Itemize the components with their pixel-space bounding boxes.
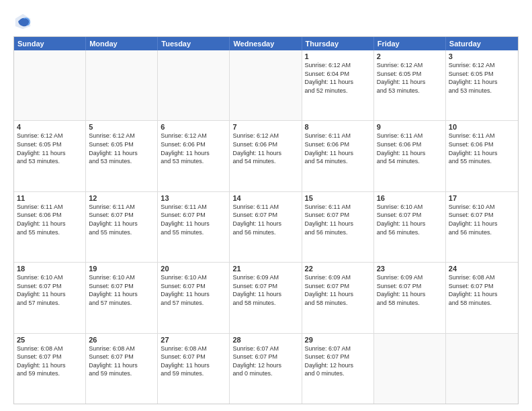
day-cell-16: 16Sunrise: 6:10 AM Sunset: 6:07 PM Dayli…: [374, 192, 446, 262]
day-cell-empty-4-6: [446, 334, 518, 404]
day-info: Sunrise: 6:09 AM Sunset: 6:07 PM Dayligh…: [232, 273, 298, 307]
day-number: 14: [232, 194, 298, 202]
day-cell-26: 26Sunrise: 6:08 AM Sunset: 6:07 PM Dayli…: [86, 334, 158, 404]
day-cell-24: 24Sunrise: 6:08 AM Sunset: 6:07 PM Dayli…: [446, 263, 518, 332]
day-cell-empty-4-5: [374, 334, 446, 404]
day-number: 17: [449, 194, 515, 202]
weekday-header-thursday: Thursday: [302, 37, 374, 50]
day-number: 20: [161, 265, 226, 273]
day-cell-empty-0-0: [14, 50, 86, 120]
day-info: Sunrise: 6:12 AM Sunset: 6:06 PM Dayligh…: [161, 132, 226, 165]
day-number: 5: [89, 123, 154, 131]
day-info: Sunrise: 6:10 AM Sunset: 6:07 PM Dayligh…: [161, 273, 226, 307]
day-number: 29: [305, 336, 371, 344]
calendar-row-2: 4Sunrise: 6:12 AM Sunset: 6:05 PM Daylig…: [14, 120, 518, 191]
page: SundayMondayTuesdayWednesdayThursdayFrid…: [0, 0, 532, 411]
day-number: 15: [305, 194, 371, 202]
day-info: Sunrise: 6:08 AM Sunset: 6:07 PM Dayligh…: [449, 273, 515, 307]
day-info: Sunrise: 6:08 AM Sunset: 6:07 PM Dayligh…: [89, 345, 154, 378]
day-cell-14: 14Sunrise: 6:11 AM Sunset: 6:07 PM Dayli…: [230, 192, 302, 262]
calendar-row-4: 18Sunrise: 6:10 AM Sunset: 6:07 PM Dayli…: [14, 262, 518, 332]
day-number: 10: [449, 123, 515, 131]
day-number: 24: [449, 265, 515, 273]
day-cell-11: 11Sunrise: 6:11 AM Sunset: 6:06 PM Dayli…: [14, 192, 86, 262]
day-cell-19: 19Sunrise: 6:10 AM Sunset: 6:07 PM Dayli…: [86, 263, 158, 332]
day-info: Sunrise: 6:10 AM Sunset: 6:07 PM Dayligh…: [449, 203, 515, 236]
calendar-header: SundayMondayTuesdayWednesdayThursdayFrid…: [14, 37, 518, 50]
day-number: 13: [161, 194, 226, 202]
day-number: 22: [305, 265, 371, 273]
day-cell-28: 28Sunrise: 6:07 AM Sunset: 6:07 PM Dayli…: [230, 334, 302, 404]
day-cell-7: 7Sunrise: 6:12 AM Sunset: 6:06 PM Daylig…: [230, 121, 302, 191]
day-cell-27: 27Sunrise: 6:08 AM Sunset: 6:07 PM Dayli…: [158, 334, 230, 404]
day-cell-4: 4Sunrise: 6:12 AM Sunset: 6:05 PM Daylig…: [14, 121, 86, 191]
day-info: Sunrise: 6:12 AM Sunset: 6:04 PM Dayligh…: [305, 61, 371, 95]
weekday-header-saturday: Saturday: [446, 37, 518, 50]
day-cell-1: 1Sunrise: 6:12 AM Sunset: 6:04 PM Daylig…: [302, 50, 374, 120]
day-number: 9: [377, 123, 443, 131]
day-info: Sunrise: 6:12 AM Sunset: 6:06 PM Dayligh…: [232, 132, 298, 165]
day-info: Sunrise: 6:12 AM Sunset: 6:05 PM Dayligh…: [89, 132, 154, 165]
day-cell-5: 5Sunrise: 6:12 AM Sunset: 6:05 PM Daylig…: [86, 121, 158, 191]
day-cell-8: 8Sunrise: 6:11 AM Sunset: 6:06 PM Daylig…: [302, 121, 374, 191]
day-number: 3: [449, 52, 515, 60]
day-info: Sunrise: 6:11 AM Sunset: 6:06 PM Dayligh…: [305, 132, 371, 165]
weekday-header-sunday: Sunday: [14, 37, 86, 50]
day-number: 19: [89, 265, 154, 273]
day-number: 4: [17, 123, 83, 131]
day-info: Sunrise: 6:10 AM Sunset: 6:07 PM Dayligh…: [377, 203, 443, 236]
day-cell-6: 6Sunrise: 6:12 AM Sunset: 6:06 PM Daylig…: [158, 121, 230, 191]
day-cell-empty-0-2: [158, 50, 230, 120]
calendar-row-5: 25Sunrise: 6:08 AM Sunset: 6:07 PM Dayli…: [14, 333, 518, 404]
day-number: 27: [161, 336, 226, 344]
day-cell-2: 2Sunrise: 6:12 AM Sunset: 6:05 PM Daylig…: [374, 50, 446, 120]
day-number: 23: [377, 265, 443, 273]
calendar: SundayMondayTuesdayWednesdayThursdayFrid…: [13, 36, 519, 404]
calendar-row-1: 1Sunrise: 6:12 AM Sunset: 6:04 PM Daylig…: [14, 50, 518, 120]
logo: [13, 12, 35, 31]
day-number: 1: [305, 52, 371, 60]
day-cell-empty-0-1: [86, 50, 158, 120]
day-info: Sunrise: 6:11 AM Sunset: 6:07 PM Dayligh…: [161, 203, 226, 236]
logo-icon: [13, 12, 32, 31]
day-cell-3: 3Sunrise: 6:12 AM Sunset: 6:05 PM Daylig…: [446, 50, 518, 120]
day-cell-12: 12Sunrise: 6:11 AM Sunset: 6:07 PM Dayli…: [86, 192, 158, 262]
day-cell-9: 9Sunrise: 6:11 AM Sunset: 6:06 PM Daylig…: [374, 121, 446, 191]
day-cell-15: 15Sunrise: 6:11 AM Sunset: 6:07 PM Dayli…: [302, 192, 374, 262]
day-number: 21: [232, 265, 298, 273]
day-info: Sunrise: 6:12 AM Sunset: 6:05 PM Dayligh…: [449, 61, 515, 95]
day-info: Sunrise: 6:07 AM Sunset: 6:07 PM Dayligh…: [305, 345, 371, 378]
day-number: 18: [17, 265, 83, 273]
day-info: Sunrise: 6:11 AM Sunset: 6:07 PM Dayligh…: [232, 203, 298, 236]
day-number: 26: [89, 336, 154, 344]
calendar-body: 1Sunrise: 6:12 AM Sunset: 6:04 PM Daylig…: [14, 50, 518, 404]
weekday-header-wednesday: Wednesday: [230, 37, 302, 50]
day-info: Sunrise: 6:11 AM Sunset: 6:07 PM Dayligh…: [89, 203, 154, 236]
day-cell-20: 20Sunrise: 6:10 AM Sunset: 6:07 PM Dayli…: [158, 263, 230, 332]
day-number: 2: [377, 52, 443, 60]
day-number: 11: [17, 194, 83, 202]
day-number: 8: [305, 123, 371, 131]
weekday-header-tuesday: Tuesday: [158, 37, 230, 50]
day-info: Sunrise: 6:11 AM Sunset: 6:07 PM Dayligh…: [305, 203, 371, 236]
day-info: Sunrise: 6:08 AM Sunset: 6:07 PM Dayligh…: [17, 345, 83, 378]
day-info: Sunrise: 6:12 AM Sunset: 6:05 PM Dayligh…: [17, 132, 83, 165]
day-info: Sunrise: 6:12 AM Sunset: 6:05 PM Dayligh…: [377, 61, 443, 95]
day-info: Sunrise: 6:09 AM Sunset: 6:07 PM Dayligh…: [377, 273, 443, 307]
day-number: 7: [232, 123, 298, 131]
day-info: Sunrise: 6:09 AM Sunset: 6:07 PM Dayligh…: [305, 273, 371, 307]
day-cell-empty-0-3: [230, 50, 302, 120]
day-cell-22: 22Sunrise: 6:09 AM Sunset: 6:07 PM Dayli…: [302, 263, 374, 332]
day-cell-17: 17Sunrise: 6:10 AM Sunset: 6:07 PM Dayli…: [446, 192, 518, 262]
weekday-header-friday: Friday: [374, 37, 446, 50]
day-info: Sunrise: 6:11 AM Sunset: 6:06 PM Dayligh…: [17, 203, 83, 236]
day-number: 6: [161, 123, 226, 131]
weekday-header-monday: Monday: [86, 37, 158, 50]
day-number: 25: [17, 336, 83, 344]
day-cell-10: 10Sunrise: 6:11 AM Sunset: 6:06 PM Dayli…: [446, 121, 518, 191]
day-cell-21: 21Sunrise: 6:09 AM Sunset: 6:07 PM Dayli…: [230, 263, 302, 332]
header: [13, 12, 519, 31]
day-cell-18: 18Sunrise: 6:10 AM Sunset: 6:07 PM Dayli…: [14, 263, 86, 332]
day-info: Sunrise: 6:11 AM Sunset: 6:06 PM Dayligh…: [449, 132, 515, 165]
day-number: 12: [89, 194, 154, 202]
